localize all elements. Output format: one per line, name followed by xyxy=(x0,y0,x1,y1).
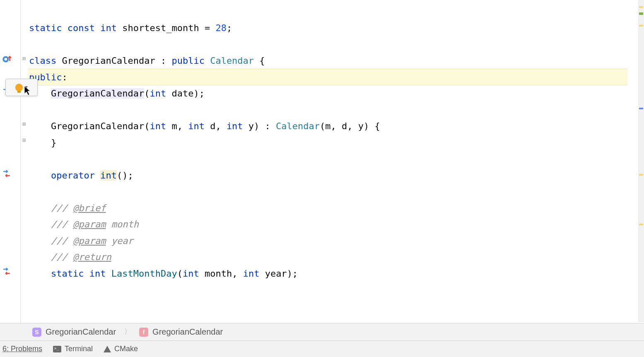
fold-toggle-icon[interactable]: ⊟ xyxy=(22,121,27,127)
cmake-icon xyxy=(104,346,111,352)
scrollbar-marker[interactable] xyxy=(639,224,643,225)
scrollbar-marker[interactable] xyxy=(639,6,643,8)
cmake-tool-button[interactable]: CMake xyxy=(104,345,138,353)
scrollbar-marker[interactable] xyxy=(639,174,643,176)
breadcrumb-label: GregorianCalendar xyxy=(46,327,116,337)
tool-label: CMake xyxy=(114,345,138,353)
breadcrumb-label: GregorianCalendar xyxy=(152,327,223,337)
code-line[interactable]: /// @return xyxy=(29,249,644,265)
breadcrumb-function-item[interactable]: f GregorianCalendar xyxy=(139,327,223,337)
fold-toggle-icon[interactable]: ⊟ xyxy=(22,56,27,61)
function-badge-icon: f xyxy=(139,328,148,337)
scrollbar-marker[interactable] xyxy=(639,108,643,109)
editor-gutter[interactable] xyxy=(0,0,21,323)
override-indicator-icon[interactable] xyxy=(2,54,12,65)
breadcrumb-bar: S GregorianCalendar 〉 f GregorianCalenda… xyxy=(0,323,644,340)
scrollbar-marker[interactable] xyxy=(639,12,643,15)
svg-point-1 xyxy=(5,58,7,61)
related-problem-icon[interactable] xyxy=(2,169,12,179)
code-line[interactable] xyxy=(29,102,644,118)
problems-tool-button[interactable]: 6: Problems xyxy=(2,345,42,353)
intention-bulb-button[interactable]: ▼ xyxy=(5,79,38,96)
code-line[interactable]: operator int(); xyxy=(29,167,644,184)
code-line[interactable]: /// @param month xyxy=(29,216,644,233)
chevron-down-icon: ▼ xyxy=(24,84,27,90)
code-line[interactable]: GregorianCalendar(int m, int d, int y) :… xyxy=(29,118,644,135)
tool-window-bar: 6: Problems Terminal CMake xyxy=(0,340,644,357)
scrollbar-marker[interactable] xyxy=(639,25,643,27)
chevron-right-icon: 〉 xyxy=(124,328,131,336)
code-line[interactable] xyxy=(29,183,644,200)
fold-gutter[interactable]: ⊟ ⊟ ⊡ xyxy=(21,0,28,323)
struct-badge-icon: S xyxy=(32,328,41,337)
tool-label: Terminal xyxy=(65,345,93,353)
terminal-tool-button[interactable]: Terminal xyxy=(53,345,93,353)
terminal-icon xyxy=(53,346,61,352)
vertical-scrollbar[interactable] xyxy=(638,0,644,322)
code-line[interactable] xyxy=(29,36,644,53)
breadcrumb-struct-item[interactable]: S GregorianCalendar xyxy=(32,327,116,337)
code-line[interactable]: } xyxy=(29,135,644,151)
code-line[interactable] xyxy=(29,151,644,167)
code-line[interactable]: public: xyxy=(29,69,644,86)
code-line[interactable]: static const int shortest_month = 28; xyxy=(29,20,644,36)
tool-label: 6: Problems xyxy=(2,345,42,353)
fold-end-icon[interactable]: ⊡ xyxy=(22,137,27,143)
code-line[interactable]: GregorianCalendar(int date); xyxy=(29,85,644,102)
code-line[interactable]: static int LastMonthDay(int month, int y… xyxy=(29,265,644,282)
code-line[interactable]: class GregorianCalendar : public Calenda… xyxy=(29,53,644,69)
related-problem-icon[interactable] xyxy=(2,267,12,277)
code-editor[interactable]: static const int shortest_month = 28; cl… xyxy=(28,0,644,323)
code-line[interactable]: /// @param year xyxy=(29,233,644,249)
bulb-icon xyxy=(15,84,23,91)
code-line[interactable]: /// @brief xyxy=(29,200,644,217)
